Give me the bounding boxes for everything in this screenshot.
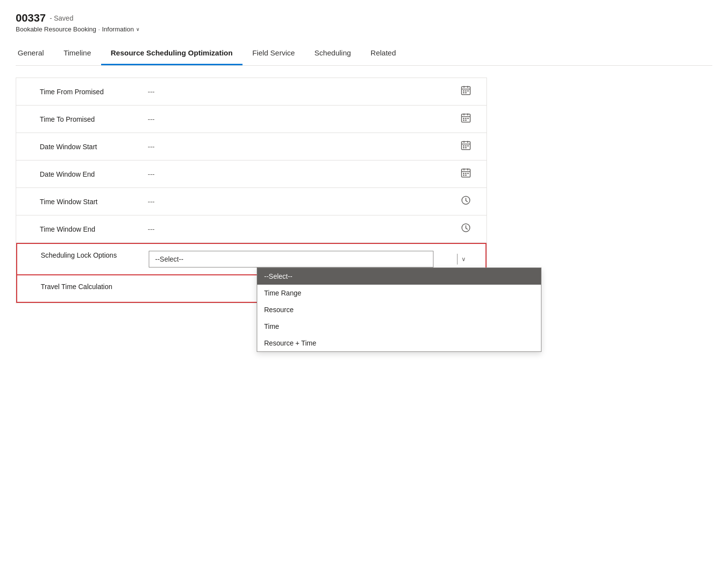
header-section: 00337 - Saved Bookable Resource Booking … xyxy=(16,12,712,33)
record-id: 00337 xyxy=(16,12,46,25)
tab-related[interactable]: Related xyxy=(361,43,406,65)
scheduling-lock-select-wrapper: --Select-- ∨ --Select-- Time Range Resou… xyxy=(149,251,470,267)
svg-rect-31 xyxy=(463,173,464,174)
label-time-to-promised: Time To Promised xyxy=(40,115,148,123)
svg-rect-26 xyxy=(465,147,467,149)
page-container: 00337 - Saved Bookable Resource Booking … xyxy=(0,0,728,587)
label-time-window-end: Time Window End xyxy=(40,225,148,233)
svg-rect-22 xyxy=(463,145,464,147)
label-scheduling-lock: Scheduling Lock Options xyxy=(41,251,149,261)
calendar-icon-date-start[interactable] xyxy=(461,140,471,153)
value-date-window-end: --- xyxy=(148,170,461,178)
svg-rect-8 xyxy=(465,92,467,94)
label-date-window-end: Date Window End xyxy=(40,170,148,178)
field-row-time-window-end: Time Window End --- xyxy=(16,215,486,243)
svg-rect-16 xyxy=(463,120,464,121)
scheduling-lock-select[interactable]: --Select-- xyxy=(149,251,433,267)
svg-rect-33 xyxy=(467,173,469,174)
svg-rect-35 xyxy=(465,175,467,176)
label-travel-time: Travel Time Calculation xyxy=(41,282,149,292)
clock-icon-time-start[interactable] xyxy=(461,195,471,208)
label-time-from-promised: Time From Promised xyxy=(40,88,148,96)
value-date-window-start: --- xyxy=(148,143,461,151)
clock-icon-time-end[interactable] xyxy=(461,223,471,235)
select-display-value: --Select-- xyxy=(155,255,184,263)
dropdown-option-resource[interactable]: Resource xyxy=(257,301,541,318)
svg-line-38 xyxy=(466,201,467,202)
field-row-time-to-promised: Time To Promised --- xyxy=(16,106,486,133)
scheduling-lock-dropdown: --Select-- Time Range Resource Time Reso… xyxy=(257,267,541,352)
field-row-time-window-start: Time Window Start --- xyxy=(16,188,486,215)
label-date-window-start: Date Window Start xyxy=(40,143,148,151)
field-row-time-from-promised: Time From Promised --- xyxy=(16,78,486,106)
tab-scheduling[interactable]: Scheduling xyxy=(305,43,361,65)
value-time-window-end: --- xyxy=(148,225,461,233)
svg-rect-5 xyxy=(465,90,467,92)
tabs-bar: General Timeline Resource Scheduling Opt… xyxy=(16,43,712,66)
tab-timeline[interactable]: Timeline xyxy=(54,43,101,65)
breadcrumb-separator: · xyxy=(98,26,100,33)
svg-rect-23 xyxy=(465,145,467,147)
svg-rect-17 xyxy=(465,120,467,121)
form-section: Time From Promised --- Time To Promised xyxy=(16,78,487,303)
field-row-date-window-start: Date Window Start --- xyxy=(16,133,486,160)
tab-field-service[interactable]: Field Service xyxy=(243,43,305,65)
svg-rect-25 xyxy=(463,147,464,149)
svg-rect-15 xyxy=(467,118,469,119)
field-row-scheduling-lock: Scheduling Lock Options --Select-- ∨ --S… xyxy=(16,243,486,275)
value-time-from-promised: --- xyxy=(148,88,461,96)
label-time-window-start: Time Window Start xyxy=(40,198,148,206)
breadcrumb: Bookable Resource Booking · Information … xyxy=(16,26,712,33)
svg-rect-6 xyxy=(467,90,469,92)
calendar-icon-time-to[interactable] xyxy=(461,113,471,125)
tab-rso[interactable]: Resource Scheduling Optimization xyxy=(101,43,243,65)
svg-rect-32 xyxy=(465,173,467,174)
svg-rect-13 xyxy=(463,118,464,119)
svg-rect-14 xyxy=(465,118,467,119)
entity-name: Bookable Resource Booking xyxy=(16,26,96,33)
record-title: 00337 - Saved xyxy=(16,12,712,25)
field-row-date-window-end: Date Window End --- xyxy=(16,160,486,188)
svg-rect-4 xyxy=(463,90,464,92)
dropdown-option-resource-time[interactable]: Resource + Time xyxy=(257,335,541,351)
select-chevron-icon: ∨ xyxy=(457,254,466,265)
svg-line-41 xyxy=(466,228,467,230)
svg-rect-34 xyxy=(463,175,464,176)
breadcrumb-chevron-icon: ∨ xyxy=(136,27,139,32)
record-status: - Saved xyxy=(50,14,73,22)
tab-general[interactable]: General xyxy=(16,43,54,65)
calendar-icon-time-from[interactable] xyxy=(461,85,471,98)
value-time-window-start: --- xyxy=(148,198,461,206)
dropdown-option-time[interactable]: Time xyxy=(257,318,541,335)
breadcrumb-view[interactable]: Information ∨ xyxy=(102,26,139,33)
value-time-to-promised: --- xyxy=(148,115,461,123)
dropdown-option-time-range[interactable]: Time Range xyxy=(257,285,541,301)
svg-rect-24 xyxy=(467,145,469,147)
dropdown-option-select[interactable]: --Select-- xyxy=(257,268,541,285)
svg-rect-7 xyxy=(463,92,464,94)
calendar-icon-date-end[interactable] xyxy=(461,168,471,180)
